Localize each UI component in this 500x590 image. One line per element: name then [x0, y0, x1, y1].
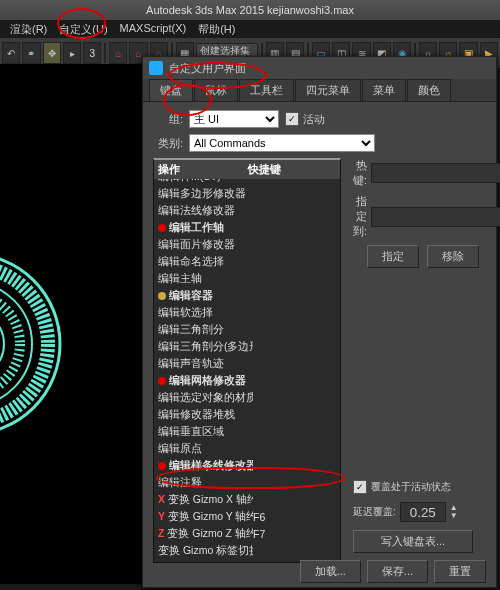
list-item[interactable]: 编辑样条线修改器 [154, 457, 340, 474]
list-item[interactable]: 编辑选定对象的材质 [154, 389, 340, 406]
menu-maxscript[interactable]: MAXScript(X) [114, 20, 193, 38]
dialog-title: 自定义用户界面 [169, 61, 246, 76]
tool-a-icon[interactable]: ⌂ [109, 42, 127, 64]
list-item[interactable]: Z 变换 Gizmo Z 轴约束F7 [154, 525, 340, 542]
assignto-label: 指定到: [353, 194, 367, 239]
menu-customize[interactable]: 自定义(U) [53, 20, 113, 38]
group-label: 组: [153, 112, 183, 127]
override-checkbox[interactable]: ✓ [353, 480, 367, 494]
category-label: 类别: [153, 136, 183, 151]
list-item[interactable]: 编辑声音轨迹 [154, 355, 340, 372]
list-item[interactable]: Y 变换 Gizmo Y 轴约束F6 [154, 508, 340, 525]
menu-help[interactable]: 帮助(H) [192, 20, 241, 38]
list-item[interactable]: 编辑软选择 [154, 304, 340, 321]
list-item[interactable]: 编辑主轴 [154, 270, 340, 287]
hotkey-label: 热键: [353, 158, 367, 188]
category-combo[interactable]: All Commands [189, 134, 375, 152]
list-item[interactable]: 编辑三角剖分(多边形) [154, 338, 340, 355]
list-item[interactable]: 编辑网格修改器 [154, 372, 340, 389]
list-item[interactable]: X 变换 Gizmo X 轴约束 [154, 491, 340, 508]
menubar: 渲染(R) 自定义(U) MAXScript(X) 帮助(H) [0, 20, 500, 38]
list-item[interactable]: 编辑工作轴 [154, 219, 340, 236]
checkmark-icon: ✓ [285, 112, 299, 126]
write-kb-button[interactable]: 写入键盘表... [353, 530, 473, 553]
tab-quad[interactable]: 四元菜单 [295, 79, 361, 101]
action-list[interactable]: 操作 快捷键 边线边桥边约束边的面切换(多边形)Shift+X编辑 Subscr… [153, 158, 341, 563]
viewport[interactable] [0, 64, 155, 584]
menu-render[interactable]: 渲染(R) [4, 20, 53, 38]
window-title: Autodesk 3ds Max 2015 kejianwoshi3.max [0, 0, 500, 20]
save-button[interactable]: 保存... [367, 560, 428, 583]
tab-color[interactable]: 颜色 [407, 79, 451, 101]
delay-label: 延迟覆盖: [353, 505, 396, 519]
customize-ui-dialog: 自定义用户界面 键盘 鼠标 工具栏 四元菜单 菜单 颜色 组: 主 UI ✓ 活… [142, 56, 497, 588]
list-item[interactable]: 编辑面片修改器 [154, 236, 340, 253]
tool-move-icon[interactable]: ✥ [43, 42, 61, 64]
list-item[interactable]: 编辑命名选择 [154, 253, 340, 270]
tab-toolbar[interactable]: 工具栏 [239, 79, 294, 101]
override-label: 覆盖处于活动状态 [371, 480, 451, 494]
tab-menu[interactable]: 菜单 [362, 79, 406, 101]
list-item[interactable]: 编辑垂直区域 [154, 423, 340, 440]
col-hotkey: 快捷键 [248, 162, 281, 177]
dialog-icon [149, 61, 163, 75]
list-item[interactable]: 编辑容器 [154, 287, 340, 304]
list-item[interactable]: 编辑法线修改器 [154, 202, 340, 219]
dialog-tabs: 键盘 鼠标 工具栏 四元菜单 菜单 颜色 [143, 79, 496, 102]
list-item[interactable]: 编辑修改器堆栈 [154, 406, 340, 423]
assignto-input[interactable] [371, 207, 500, 227]
list-item[interactable]: 编辑注释 [154, 474, 340, 491]
tab-mouse[interactable]: 鼠标 [194, 79, 238, 101]
tool-pick-icon[interactable]: ▸ [63, 42, 81, 64]
tool-undo-icon[interactable]: ↶ [2, 42, 20, 64]
active-checkbox[interactable]: ✓ 活动 [285, 112, 325, 127]
col-action: 操作 [158, 162, 248, 177]
list-item[interactable]: 编辑原点 [154, 440, 340, 457]
active-label: 活动 [303, 112, 325, 127]
list-item[interactable]: 编辑三角剖分 [154, 321, 340, 338]
tool-num-icon[interactable]: 3 [83, 42, 101, 64]
hotkey-input[interactable] [371, 163, 500, 183]
reset-button[interactable]: 重置 [434, 560, 486, 583]
group-combo[interactable]: 主 UI [189, 110, 279, 128]
delay-spinner[interactable] [400, 502, 446, 522]
tab-keyboard[interactable]: 键盘 [149, 79, 193, 101]
svg-point-4 [0, 310, 4, 378]
load-button[interactable]: 加载... [300, 560, 361, 583]
spinner-arrows-icon[interactable]: ▲▼ [450, 504, 458, 520]
list-item[interactable]: 变换 Gizmo 标签切换 [154, 542, 340, 559]
remove-button[interactable]: 移除 [427, 245, 479, 268]
list-item[interactable]: 编辑多边形修改器 [154, 185, 340, 202]
tool-link-icon[interactable]: ⚭ [22, 42, 40, 64]
assign-button[interactable]: 指定 [367, 245, 419, 268]
